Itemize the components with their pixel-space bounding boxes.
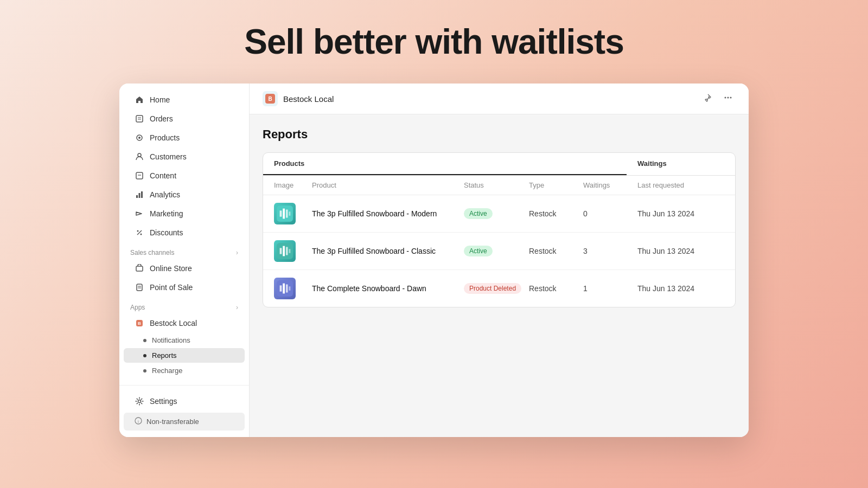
sidebar-item-marketing[interactable]: Marketing: [124, 204, 245, 223]
content-icon: [135, 171, 144, 181]
content-area: Reports Products Waitings Image Product …: [250, 114, 749, 437]
sidebar-item-bestock-local[interactable]: B Bestock Local: [124, 314, 245, 332]
sidebar-label-customers: Customers: [150, 152, 187, 161]
svg-point-5: [138, 153, 141, 157]
svg-rect-8: [136, 195, 138, 198]
sidebar-item-content[interactable]: Content: [124, 166, 245, 185]
sidebar-label-orders: Orders: [150, 114, 173, 123]
discounts-icon: [135, 228, 144, 237]
non-transferable-item: i Non-transferable: [124, 413, 245, 431]
svg-rect-0: [136, 115, 143, 122]
sidebar-item-online-store[interactable]: Online Store: [124, 259, 245, 278]
status-badge-deleted: Product Deleted: [464, 283, 521, 294]
sidebar-label-products: Products: [150, 133, 180, 142]
info-icon: i: [135, 417, 142, 426]
pos-icon: [135, 282, 144, 292]
main-header: B Bestock Local: [250, 84, 749, 114]
bestock-local-icon: B: [135, 318, 144, 328]
apps-section: Apps ›: [119, 297, 249, 313]
col-group-waitings: Waitings: [627, 153, 735, 175]
recharge-dot: [143, 369, 146, 373]
sales-channels-section: Sales channels ›: [119, 242, 249, 259]
row-3-type: Restock: [529, 284, 583, 293]
sidebar-subitem-recharge[interactable]: Recharge: [124, 363, 245, 378]
sidebar-label-bestock-local: Bestock Local: [150, 319, 197, 328]
svg-rect-40: [283, 284, 285, 294]
svg-point-27: [730, 97, 732, 99]
more-button[interactable]: [720, 91, 736, 106]
col-header-image: Image: [274, 181, 312, 189]
svg-rect-14: [136, 266, 143, 271]
status-badge-active-1: Active: [464, 208, 493, 219]
sidebar-item-orders[interactable]: Orders: [124, 110, 245, 128]
row-2-waitings: 3: [583, 247, 637, 255]
svg-point-12: [141, 234, 142, 235]
svg-point-4: [138, 137, 141, 139]
app-window: Home Orders Products Customers: [119, 84, 749, 437]
svg-rect-31: [286, 210, 288, 218]
product-thumb-1: [274, 203, 296, 224]
sidebar: Home Orders Products Customers: [119, 84, 250, 437]
svg-rect-34: [280, 248, 282, 254]
col-header-status: Status: [464, 181, 529, 189]
svg-point-20: [138, 400, 141, 403]
table-row[interactable]: The 3p Fulfilled Snowboard - Classic Act…: [263, 233, 735, 270]
row-2-image: [274, 240, 312, 262]
svg-point-25: [725, 97, 726, 99]
col-header-product: Product: [312, 181, 464, 189]
app-brand-icon: B: [263, 91, 278, 106]
page-title: Reports: [263, 127, 736, 142]
svg-text:B: B: [138, 321, 141, 326]
sidebar-label-reports: Reports: [152, 351, 177, 359]
pin-button[interactable]: [700, 91, 715, 106]
settings-label: Settings: [150, 397, 177, 406]
row-1-image: [274, 203, 312, 224]
non-transferable-label: Non-transferable: [146, 418, 199, 426]
row-1-product: The 3p Fulfilled Snowboard - Modern: [312, 209, 464, 218]
sidebar-nav: Home Orders Products Customers: [119, 84, 249, 385]
hero-title: Sell better with waitlists: [244, 22, 624, 62]
notifications-dot: [143, 339, 146, 342]
table-row[interactable]: The Complete Snowboard - Dawn Product De…: [263, 270, 735, 307]
svg-point-26: [727, 97, 729, 99]
sidebar-item-products[interactable]: Products: [124, 129, 245, 147]
table-group-headers: Products Waitings: [263, 153, 735, 176]
sidebar-label-analytics: Analytics: [150, 190, 180, 199]
sidebar-item-home[interactable]: Home: [124, 91, 245, 109]
sidebar-label-marketing: Marketing: [150, 209, 183, 218]
svg-text:B: B: [268, 96, 272, 102]
svg-rect-35: [283, 246, 285, 256]
sidebar-item-pos[interactable]: Point of Sale: [124, 278, 245, 297]
product-thumb-2: [274, 240, 296, 262]
row-2-product: The 3p Fulfilled Snowboard - Classic: [312, 247, 464, 255]
row-1-last-requested: Thu Jun 13 2024: [637, 209, 724, 218]
col-group-products: Products: [263, 153, 627, 175]
sidebar-label-pos: Point of Sale: [150, 283, 193, 292]
status-badge-active-2: Active: [464, 246, 493, 256]
sidebar-subitem-reports[interactable]: Reports: [124, 348, 245, 363]
analytics-icon: [135, 190, 144, 200]
sidebar-label-notifications: Notifications: [152, 336, 190, 344]
sales-channels-arrow: ›: [236, 249, 238, 256]
table-row[interactable]: The 3p Fulfilled Snowboard - Modern Acti…: [263, 195, 735, 233]
reports-dot: [143, 354, 146, 357]
sidebar-item-analytics[interactable]: Analytics: [124, 185, 245, 204]
row-3-product: The Complete Snowboard - Dawn: [312, 284, 464, 293]
sidebar-bottom: Settings i Non-transferable: [119, 385, 249, 437]
header-actions: [700, 91, 736, 106]
sidebar-item-customers[interactable]: Customers: [124, 147, 245, 166]
svg-rect-30: [283, 209, 285, 219]
svg-point-11: [137, 230, 139, 232]
row-2-type: Restock: [529, 247, 583, 255]
svg-rect-10: [141, 191, 143, 198]
apps-arrow: ›: [236, 304, 238, 311]
customers-icon: [135, 152, 144, 162]
sidebar-item-discounts[interactable]: Discounts: [124, 223, 245, 242]
settings-item[interactable]: Settings: [124, 392, 245, 410]
sidebar-label-online-store: Online Store: [150, 264, 192, 273]
main-content: B Bestock Local Reports Products: [250, 84, 749, 437]
reports-table: Products Waitings Image Product Status T…: [263, 152, 736, 307]
app-brand: B Bestock Local: [263, 91, 334, 106]
sidebar-label-recharge: Recharge: [152, 367, 182, 375]
sidebar-subitem-notifications[interactable]: Notifications: [124, 333, 245, 348]
